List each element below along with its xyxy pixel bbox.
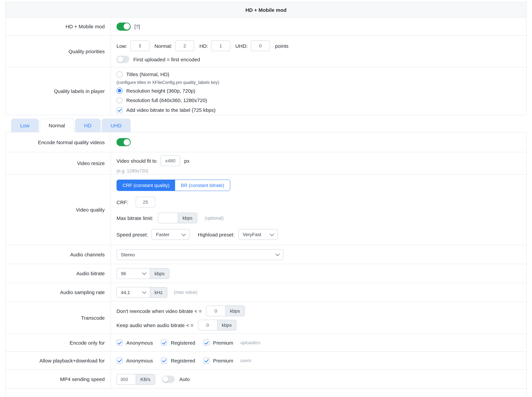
crf-line: CRF: bbox=[116, 197, 155, 207]
settings-page: HD + Mobile mod HD + Mobile mod [?] Qual… bbox=[0, 0, 532, 397]
row-label-audio-sampling: Audio sampling rate bbox=[6, 283, 111, 302]
row-allow-playback: Allow playback+download for Anonymous Re… bbox=[6, 351, 526, 370]
px-label: px bbox=[184, 158, 190, 164]
presets-line: Speed preset: Faster Highload preset: Ve… bbox=[116, 229, 278, 240]
titles-note: (configure titles in XFileConfig.pm qual… bbox=[116, 79, 219, 86]
tab-hd-label: HD bbox=[84, 123, 92, 128]
row-quality-priorities: Quality priorities Low: Normal: HD: bbox=[6, 35, 526, 67]
row-video-resize: Video resize Video should fit to px (e.g… bbox=[6, 152, 526, 174]
priority-uhd-label: UHD: bbox=[235, 43, 248, 49]
help-link[interactable]: [?] bbox=[134, 24, 140, 29]
audio-sampling-note: (max value) bbox=[174, 290, 197, 295]
tab-uhd[interactable]: UHD bbox=[102, 118, 131, 132]
crf-input[interactable] bbox=[136, 197, 155, 207]
row-hd-mobile-mod: HD + Mobile mod [?] bbox=[6, 17, 526, 35]
section-header: HD + Mobile mod bbox=[6, 2, 526, 17]
audio-bitrate-unit: kbps bbox=[150, 268, 169, 279]
row-label-quality-priorities: Quality priorities bbox=[6, 36, 111, 67]
playback-anonymous-label: Anonymous bbox=[126, 358, 153, 364]
tab-low[interactable]: Low bbox=[11, 118, 39, 132]
audio-bitrate-select[interactable]: 96 bbox=[116, 268, 150, 279]
row-label-encode-only: Encode only for bbox=[6, 334, 111, 351]
allow-playback-suffix: users bbox=[240, 358, 251, 363]
tab-normal[interactable]: Normal bbox=[40, 118, 74, 132]
tab-hd[interactable]: HD bbox=[75, 118, 100, 132]
hd-mobile-toggle[interactable] bbox=[116, 22, 131, 31]
max-bitrate-input[interactable] bbox=[158, 213, 178, 223]
encode-anonymous-label: Anonymous bbox=[126, 340, 153, 346]
transcode-audio-input[interactable] bbox=[198, 320, 217, 330]
resolution-height-label: Resolution height (360p, 720p) bbox=[126, 88, 195, 93]
video-resize-line: Video should fit to px bbox=[116, 155, 190, 166]
row-label-video-quality: Video quality bbox=[6, 174, 111, 245]
audio-sampling-unit: kHz bbox=[150, 287, 167, 298]
quality-tabs: Low Normal HD UHD bbox=[5, 115, 527, 132]
max-bitrate-unit: kbps bbox=[178, 213, 197, 223]
row-video-quality: Video quality CRF (constant quality) BR … bbox=[6, 174, 526, 245]
points-label: points bbox=[275, 43, 288, 49]
br-mode-button[interactable]: BR (constant bitrate) bbox=[175, 180, 230, 191]
row-encode-normal: Encode Normal quality videos bbox=[6, 132, 526, 152]
mp4-speed-unit: KB/s bbox=[136, 374, 155, 385]
video-resize-input[interactable] bbox=[161, 155, 180, 166]
highload-preset-value: VeryFast bbox=[243, 232, 261, 237]
table-bottom-sliver bbox=[6, 388, 526, 396]
priority-normal-label: Normal: bbox=[154, 43, 172, 49]
option-resolution-height: Resolution height (360p, 720p) bbox=[116, 86, 195, 95]
priority-hd-input[interactable] bbox=[211, 40, 230, 51]
chevron-down-icon bbox=[275, 252, 280, 256]
video-resize-hint: (e.g. 1280x720) bbox=[116, 168, 148, 174]
row-label-encode-normal: Encode Normal quality videos bbox=[6, 132, 111, 152]
row-quality-labels: Quality labels in player Titles (Normal,… bbox=[6, 67, 526, 115]
chevron-down-icon bbox=[142, 289, 146, 294]
speed-preset-value: Faster bbox=[156, 232, 169, 237]
priority-low-input[interactable] bbox=[130, 40, 149, 51]
titles-radio[interactable] bbox=[116, 71, 122, 77]
playback-anonymous-checkbox[interactable] bbox=[116, 358, 122, 364]
encode-registered-checkbox[interactable] bbox=[161, 340, 167, 346]
tab-normal-label: Normal bbox=[49, 123, 65, 128]
crf-mode-button[interactable]: CRF (constant quality) bbox=[117, 180, 175, 191]
transcode-video-input[interactable] bbox=[206, 305, 226, 316]
resolution-full-label: Resolution full (640x360, 1280x720) bbox=[126, 98, 207, 103]
video-resize-text: Video should fit to bbox=[116, 158, 157, 164]
speed-preset-select[interactable]: Faster bbox=[152, 229, 190, 240]
transcode-video-unit: kbps bbox=[226, 305, 245, 316]
encode-premium-checkbox[interactable] bbox=[203, 340, 209, 346]
resolution-height-radio[interactable] bbox=[116, 87, 122, 94]
audio-sampling-value: 44,1 bbox=[121, 290, 130, 295]
encode-anonymous-checkbox[interactable] bbox=[116, 340, 122, 346]
highload-preset-label: Highload preset: bbox=[198, 232, 234, 237]
section-title: HD + Mobile mod bbox=[245, 7, 287, 13]
add-bitrate-checkbox[interactable] bbox=[116, 107, 122, 113]
fifo-toggle[interactable] bbox=[116, 56, 129, 63]
priority-low-label: Low: bbox=[116, 43, 127, 49]
row-audio-sampling: Audio sampling rate 44,1 kHz (max value) bbox=[6, 283, 526, 302]
mp4-speed-input[interactable] bbox=[116, 374, 136, 385]
transcode-video-text: Don't reencode when video bitrate < = bbox=[116, 308, 202, 314]
row-transcode: Transcode Don't reencode when video bitr… bbox=[6, 302, 526, 334]
row-label-video-resize: Video resize bbox=[6, 152, 111, 174]
mp4-auto-label: Auto bbox=[179, 376, 190, 382]
max-bitrate-label: Max bitrate limit: bbox=[116, 215, 153, 221]
mp4-auto-toggle[interactable] bbox=[162, 375, 175, 383]
highload-preset-select[interactable]: VeryFast bbox=[238, 229, 278, 240]
playback-premium-label: Premium bbox=[213, 358, 233, 364]
playback-registered-checkbox[interactable] bbox=[161, 358, 167, 364]
row-label-mp4-speed: MP4 sending speed bbox=[6, 370, 111, 388]
priority-uhd-input[interactable] bbox=[251, 40, 270, 51]
row-label-audio-channels: Audio channels bbox=[6, 245, 111, 264]
audio-sampling-select[interactable]: 44,1 bbox=[116, 287, 150, 298]
audio-channels-select[interactable]: Stereo bbox=[116, 249, 283, 260]
playback-premium-checkbox[interactable] bbox=[203, 358, 209, 364]
chevron-down-icon bbox=[142, 271, 146, 275]
resolution-full-radio[interactable] bbox=[116, 97, 122, 103]
priority-normal-input[interactable] bbox=[175, 40, 194, 51]
settings-table-upper: HD + Mobile mod HD + Mobile mod [?] Qual… bbox=[5, 0, 527, 115]
titles-label: Titles (Normal, HD) bbox=[126, 72, 169, 77]
option-resolution-full: Resolution full (640x360, 1280x720) bbox=[116, 95, 207, 105]
row-label-audio-bitrate: Audio bitrate bbox=[6, 264, 111, 283]
row-label-transcode: Transcode bbox=[6, 302, 111, 334]
encode-normal-toggle[interactable] bbox=[116, 138, 131, 146]
row-audio-channels: Audio channels Stereo bbox=[6, 245, 526, 264]
